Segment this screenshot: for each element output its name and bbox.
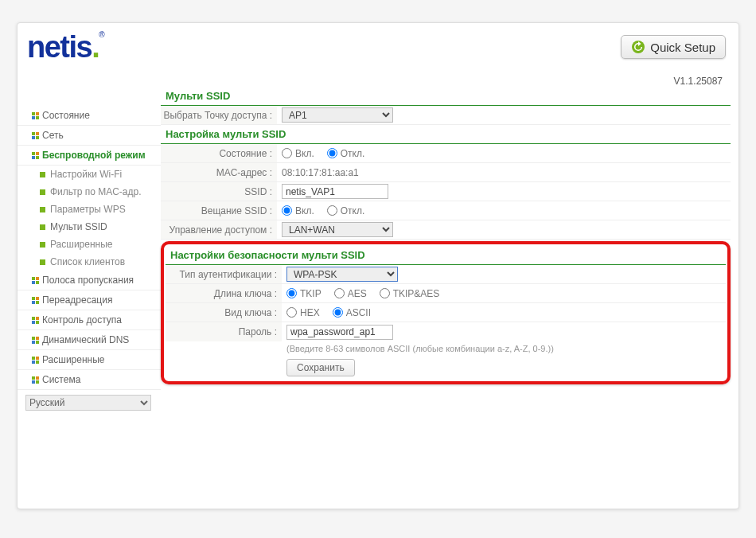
sidebar-sub-label: Фильтр по MAC-адр.	[50, 186, 142, 197]
menu-dots-icon	[32, 277, 39, 284]
broadcast-label: Вещание SSID :	[161, 201, 277, 220]
main: V1.1.25087 Мульти SSID Выбрать Точку дос…	[161, 71, 738, 415]
password-input[interactable]	[286, 325, 393, 340]
sidebar-label: Контроль доступа	[42, 314, 122, 326]
svg-rect-1	[32, 112, 35, 115]
keytype-hex-label: HEX	[300, 307, 320, 318]
menu-dots-icon	[32, 357, 39, 364]
svg-rect-34	[36, 376, 39, 380]
svg-rect-25	[32, 337, 35, 340]
sidebar-item-status[interactable]: Состояние	[18, 106, 161, 126]
section-config: Настройка мульти SSID	[161, 125, 731, 144]
key-aes-radio[interactable]	[334, 288, 345, 298]
menu-dots-icon	[32, 317, 39, 324]
svg-rect-2	[36, 112, 39, 115]
sidebar-item-network[interactable]: Сеть	[18, 126, 161, 146]
svg-rect-10	[36, 152, 39, 155]
svg-rect-5	[32, 132, 35, 135]
broadcast-off-radio[interactable]	[327, 205, 337, 216]
section-security: Настройки безопасности мульти SSID	[166, 246, 726, 265]
sidebar-item-forwarding[interactable]: Переадресация	[18, 290, 161, 310]
menu-dots-icon	[32, 376, 39, 384]
sidebar-sub-label: Параметры WPS	[50, 204, 126, 215]
bullet-icon	[40, 189, 45, 195]
language-select[interactable]: Русский	[25, 395, 151, 411]
bullet-icon	[40, 224, 45, 230]
key-tkip-radio[interactable]	[286, 288, 297, 298]
menu-dots-icon	[32, 132, 39, 139]
auth-type-dropdown[interactable]: WPA-PSK	[286, 267, 398, 282]
sidebar-sub-label: Мульти SSID	[50, 221, 107, 232]
broadcast-on-label: Вкл.	[295, 205, 314, 216]
access-dropdown[interactable]: LAN+WAN	[282, 222, 393, 237]
svg-rect-11	[32, 156, 35, 159]
svg-rect-31	[32, 361, 35, 364]
svg-rect-6	[36, 132, 39, 135]
sidebar-label: Система	[42, 374, 80, 385]
sidebar-sub-label: Настройки Wi-Fi	[50, 169, 122, 180]
sidebar-label: Сеть	[42, 130, 64, 141]
sidebar-label: Состояние	[42, 110, 90, 121]
key-both-radio[interactable]	[380, 288, 390, 298]
brand-dot: .	[92, 30, 99, 64]
svg-rect-33	[32, 376, 35, 380]
app-frame: netis.® Quick Setup Состояние Сеть Беспр…	[17, 22, 739, 509]
sidebar-sub-label: Расширенные	[50, 239, 113, 250]
svg-rect-29	[32, 357, 35, 360]
key-tkip-label: TKIP	[300, 288, 321, 299]
sidebar-label: Динамический DNS	[42, 334, 129, 345]
svg-rect-23	[32, 321, 35, 324]
svg-rect-16	[36, 281, 39, 284]
broadcast-on-radio[interactable]	[282, 205, 292, 216]
sidebar-item-ddns[interactable]: Динамический DNS	[18, 330, 161, 350]
mac-label: MAC-адрес :	[161, 163, 277, 181]
svg-rect-20	[36, 301, 39, 304]
state-off-radio[interactable]	[327, 148, 337, 158]
svg-rect-8	[36, 136, 39, 139]
menu-dots-icon	[32, 337, 39, 344]
svg-rect-35	[32, 380, 35, 384]
svg-rect-9	[32, 152, 35, 155]
keytype-ascii-radio[interactable]	[333, 307, 343, 318]
sidebar-item-wireless[interactable]: Беспроводной режим	[18, 146, 161, 166]
quick-setup-label: Quick Setup	[650, 41, 715, 54]
sidebar-sub-wps[interactable]: Параметры WPS	[18, 201, 161, 218]
mac-value: 08:10:17:81:aa:a1	[282, 167, 359, 178]
quick-setup-button[interactable]: Quick Setup	[621, 35, 726, 59]
ssid-input[interactable]	[282, 184, 388, 199]
sidebar-sub-advanced[interactable]: Расширенные	[18, 236, 161, 253]
svg-rect-14	[36, 277, 39, 280]
sidebar-item-access[interactable]: Контроль доступа	[18, 310, 161, 330]
brand-tm: ®	[99, 30, 104, 39]
sidebar-label: Переадресация	[42, 294, 112, 306]
menu-dots-icon	[32, 297, 39, 304]
state-label: Состояние :	[161, 144, 277, 162]
sidebar-item-advanced[interactable]: Расширенные	[18, 350, 161, 370]
save-button[interactable]: Сохранить	[286, 359, 355, 376]
state-on-radio[interactable]	[282, 148, 292, 158]
menu-dots-icon	[32, 152, 39, 159]
svg-rect-18	[36, 297, 39, 300]
sidebar-sub-clients[interactable]: Список клиентов	[18, 253, 161, 271]
bullet-icon	[40, 207, 45, 212]
sidebar-label: Беспроводной режим	[42, 150, 146, 161]
section-multi-ssid: Мульти SSID	[161, 87, 731, 106]
broadcast-off-label: Откл.	[341, 205, 365, 216]
sidebar-item-bandwidth[interactable]: Полоса пропускания	[18, 271, 161, 290]
select-ap-dropdown[interactable]: AP1	[282, 107, 393, 123]
sidebar-sub-multissid[interactable]: Мульти SSID	[18, 218, 161, 236]
keytype-hex-radio[interactable]	[286, 307, 297, 318]
ssid-label: SSID :	[161, 182, 277, 201]
sidebar-sub-wifi[interactable]: Настройки Wi-Fi	[18, 166, 161, 183]
svg-rect-28	[36, 341, 39, 344]
svg-rect-4	[36, 116, 39, 119]
brand-text: netis	[27, 30, 92, 64]
key-aes-label: AES	[348, 288, 367, 299]
state-off-label: Откл.	[341, 148, 365, 159]
sidebar-sub-macfilter[interactable]: Фильтр по MAC-адр.	[18, 183, 161, 201]
svg-rect-12	[36, 156, 39, 159]
sidebar-item-system[interactable]: Система	[18, 370, 161, 390]
svg-rect-3	[32, 116, 35, 119]
key-both-label: TKIP&AES	[393, 288, 440, 299]
menu-dots-icon	[32, 112, 39, 119]
